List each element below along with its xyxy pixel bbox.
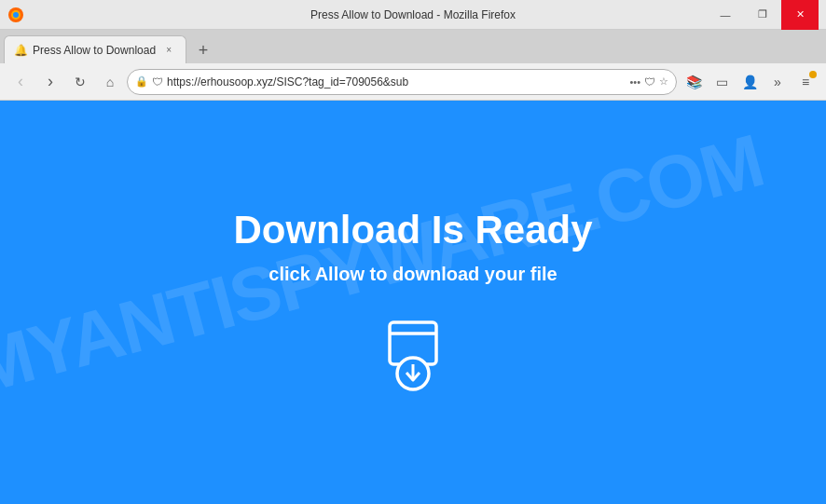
address-bar[interactable]: 🔒 🛡 https://erhousoop.xyz/SISC?tag_id=70… <box>127 69 677 95</box>
firefox-icon <box>7 7 24 23</box>
tab-label: Press Allow to Download <box>33 44 156 57</box>
container-icon: 🛡 <box>644 75 655 89</box>
menu-icon: ≡ <box>802 75 809 89</box>
bookmark-icon: ☆ <box>659 75 668 88</box>
title-bar-title: Press Allow to Download - Mozilla Firefo… <box>310 8 516 21</box>
tab-close-button[interactable]: × <box>161 43 176 58</box>
home-icon: ⌂ <box>106 75 114 89</box>
account-button[interactable]: 👤 <box>737 69 763 95</box>
address-text: https://erhousoop.xyz/SISC?tag_id=709056… <box>167 75 626 89</box>
page-content: MYANTISPYWARE.COM Download Is Ready clic… <box>0 101 826 504</box>
menu-button[interactable]: ≡ <box>792 69 819 95</box>
notification-badge <box>809 71 817 78</box>
forward-button[interactable]: › <box>37 69 63 95</box>
more-icon: ••• <box>629 76 640 88</box>
extensions-icon: » <box>774 75 781 89</box>
shield-icon: 🛡 <box>152 75 163 89</box>
tab-bar: 🔔 Press Allow to Download × + <box>0 30 826 63</box>
back-icon: ‹ <box>18 72 23 91</box>
window-controls: — ❐ ✕ <box>707 0 819 30</box>
security-icon: 🔒 <box>135 75 148 88</box>
forward-icon: › <box>48 72 53 91</box>
library-button[interactable]: 📚 <box>681 69 707 95</box>
download-icon <box>371 313 455 397</box>
close-button[interactable]: ✕ <box>781 0 819 30</box>
back-button[interactable]: ‹ <box>7 69 34 95</box>
refresh-icon: ↻ <box>75 75 86 89</box>
title-bar-left <box>7 7 24 23</box>
title-bar: Press Allow to Download - Mozilla Firefo… <box>0 0 826 30</box>
restore-button[interactable]: ❐ <box>744 0 781 30</box>
new-tab-button[interactable]: + <box>190 37 216 63</box>
refresh-button[interactable]: ↻ <box>67 69 93 95</box>
account-icon: 👤 <box>742 75 758 89</box>
nav-bar: ‹ › ↻ ⌂ 🔒 🛡 https://erhousoop.xyz/SISC?t… <box>0 63 826 101</box>
synced-tabs-icon: ▭ <box>716 75 728 89</box>
browser-window: Press Allow to Download - Mozilla Firefo… <box>0 0 826 504</box>
page-subtext: click Allow to download your file <box>268 264 557 285</box>
library-icon: 📚 <box>686 75 702 89</box>
nav-right: 📚 ▭ 👤 » ≡ <box>681 69 819 95</box>
svg-point-2 <box>13 12 19 18</box>
page-headline: Download Is Ready <box>233 208 592 252</box>
home-button[interactable]: ⌂ <box>97 69 123 95</box>
extensions-button[interactable]: » <box>764 69 791 95</box>
minimize-button[interactable]: — <box>707 0 744 30</box>
active-tab[interactable]: 🔔 Press Allow to Download × <box>4 35 186 63</box>
synced-tabs-button[interactable]: ▭ <box>709 69 735 95</box>
tab-favicon: 🔔 <box>14 44 27 57</box>
download-icon-container <box>371 313 455 397</box>
